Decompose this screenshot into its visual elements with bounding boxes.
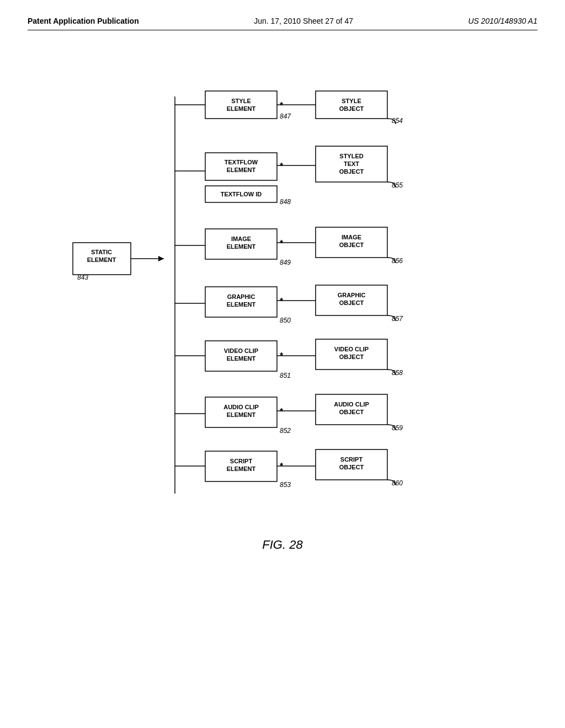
svg-text:*: *	[280, 407, 284, 416]
diagram-fig28: STATIC ELEMENT 843	[67, 74, 498, 527]
page: Patent Application Publication Jun. 17, …	[0, 0, 565, 728]
svg-text:OBJECT: OBJECT	[339, 105, 364, 112]
svg-text:858: 858	[392, 369, 403, 377]
svg-text:GRAPHIC: GRAPHIC	[227, 293, 255, 300]
svg-text:851: 851	[280, 372, 291, 379]
svg-text:847: 847	[280, 113, 291, 120]
svg-text:SCRIPT: SCRIPT	[340, 456, 363, 463]
svg-text:849: 849	[280, 259, 291, 266]
header: Patent Application Publication Jun. 17, …	[28, 17, 537, 30]
svg-text:*: *	[280, 162, 284, 171]
svg-text:SCRIPT: SCRIPT	[230, 458, 253, 464]
svg-text:OBJECT: OBJECT	[339, 409, 364, 415]
svg-text:VIDEO CLIP: VIDEO CLIP	[334, 346, 369, 352]
svg-text:855: 855	[392, 181, 403, 189]
svg-text:OBJECT: OBJECT	[339, 354, 364, 360]
header-publication-label: Patent Application Publication	[28, 17, 139, 25]
header-patent-number: US 2010/148930 A1	[468, 17, 537, 25]
svg-rect-14	[205, 91, 277, 119]
svg-text:ELEMENT: ELEMENT	[227, 167, 256, 173]
svg-text:IMAGE: IMAGE	[342, 234, 361, 240]
svg-text:856: 856	[392, 257, 403, 265]
svg-text:TEXT: TEXT	[344, 160, 359, 167]
svg-text:IMAGE: IMAGE	[231, 235, 251, 242]
svg-rect-51	[316, 91, 387, 119]
svg-text:GRAPHIC: GRAPHIC	[338, 292, 366, 298]
svg-text:*: *	[280, 101, 284, 110]
svg-text:848: 848	[280, 198, 291, 206]
svg-text:TEXTFLOW: TEXTFLOW	[225, 159, 258, 165]
svg-text:TEXTFLOW ID: TEXTFLOW ID	[221, 191, 262, 197]
svg-text:OBJECT: OBJECT	[339, 299, 364, 306]
svg-text:VIDEO CLIP: VIDEO CLIP	[224, 347, 258, 354]
svg-text:AUDIO CLIP: AUDIO CLIP	[223, 404, 259, 410]
figure-label: FIG. 28	[28, 538, 537, 552]
svg-text:OBJECT: OBJECT	[339, 242, 364, 248]
svg-text:854: 854	[392, 117, 403, 125]
svg-text:STATIC: STATIC	[91, 249, 112, 255]
svg-text:OBJECT: OBJECT	[339, 168, 364, 175]
svg-text:ELEMENT: ELEMENT	[227, 301, 256, 308]
svg-text:*: *	[280, 297, 284, 306]
svg-text:*: *	[280, 239, 284, 248]
svg-text:ELEMENT: ELEMENT	[227, 355, 256, 362]
svg-marker-5	[158, 256, 164, 261]
diagram-svg: STATIC ELEMENT 843	[67, 74, 498, 527]
svg-text:860: 860	[392, 479, 403, 487]
svg-text:OBJECT: OBJECT	[339, 464, 364, 470]
svg-text:STYLE: STYLE	[231, 98, 250, 104]
svg-text:ELEMENT: ELEMENT	[227, 465, 256, 472]
svg-text:ELEMENT: ELEMENT	[227, 243, 256, 250]
svg-text:843: 843	[77, 274, 88, 281]
svg-text:ELEMENT: ELEMENT	[227, 411, 256, 418]
svg-text:AUDIO CLIP: AUDIO CLIP	[334, 401, 369, 408]
svg-text:STYLE: STYLE	[342, 98, 361, 104]
svg-text:ELEMENT: ELEMENT	[87, 256, 116, 263]
svg-text:859: 859	[392, 424, 403, 432]
header-date-sheet: Jun. 17, 2010 Sheet 27 of 47	[254, 17, 353, 25]
svg-text:852: 852	[280, 427, 291, 435]
svg-text:853: 853	[280, 481, 291, 489]
svg-text:850: 850	[280, 317, 291, 324]
svg-text:STYLED: STYLED	[339, 153, 363, 159]
svg-text:ELEMENT: ELEMENT	[227, 105, 256, 112]
svg-text:857: 857	[392, 315, 403, 323]
